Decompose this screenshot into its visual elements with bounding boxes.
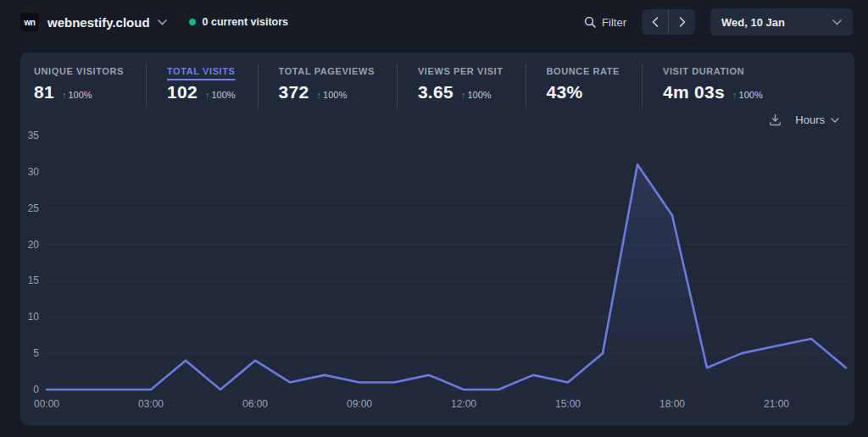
analytics-panel: UNIQUE VISITORS 81 ↑100% TOTAL VISITS 10… <box>20 53 854 425</box>
chevron-down-icon <box>832 19 842 25</box>
chevron-down-icon <box>158 19 167 25</box>
svg-text:03:00: 03:00 <box>138 398 164 410</box>
stat-visit-duration[interactable]: VISIT DURATION 4m 03s ↑100% <box>642 64 785 108</box>
up-arrow-icon: ↑ <box>461 90 466 100</box>
live-dot-icon <box>189 19 196 25</box>
svg-text:09:00: 09:00 <box>347 398 372 410</box>
filter-button[interactable]: Filter <box>584 16 626 29</box>
svg-text:5: 5 <box>33 347 39 359</box>
chevron-down-icon <box>831 118 839 123</box>
chevron-right-icon <box>679 17 686 27</box>
next-period-button[interactable] <box>669 9 695 35</box>
interval-dropdown[interactable]: Hours <box>795 113 839 126</box>
interval-label: Hours <box>795 113 825 126</box>
svg-text:15: 15 <box>28 274 40 286</box>
svg-text:06:00: 06:00 <box>242 398 268 410</box>
current-visitors[interactable]: 0 current visitors <box>189 16 288 28</box>
stat-value: 372 <box>279 82 309 102</box>
chevron-left-icon <box>652 17 659 27</box>
stat-label: BOUNCE RATE <box>547 66 620 76</box>
stat-label: VIEWS PER VISIT <box>418 66 504 76</box>
site-name: webnestify.cloud <box>47 15 150 30</box>
svg-text:00:00: 00:00 <box>34 398 59 410</box>
svg-text:12:00: 12:00 <box>451 398 476 410</box>
date-nav-group <box>642 9 695 35</box>
stat-label: VISIT DURATION <box>663 66 763 76</box>
svg-text:0: 0 <box>33 384 39 396</box>
stat-label: UNIQUE VISITORS <box>34 66 124 76</box>
stat-total-pageviews[interactable]: TOTAL PAGEVIEWS 372 ↑100% <box>258 64 397 108</box>
top-bar: wn webnestify.cloud 0 current visitors F… <box>0 0 868 44</box>
stat-label: TOTAL VISITS <box>167 66 236 76</box>
download-button[interactable] <box>769 113 782 126</box>
up-arrow-icon: ↑ <box>317 90 322 100</box>
stat-value: 3.65 <box>418 82 453 102</box>
stat-bounce-rate[interactable]: BOUNCE RATE 43% <box>526 64 642 108</box>
download-icon <box>769 113 782 126</box>
stat-value: 102 <box>167 82 198 102</box>
filter-label: Filter <box>602 16 626 29</box>
visits-chart: 0510152025303500:0003:0006:0009:0012:001… <box>20 53 854 425</box>
stat-value: 43% <box>547 82 583 102</box>
stat-value: 81 <box>34 82 54 102</box>
up-arrow-icon: ↑ <box>62 90 67 100</box>
site-picker[interactable]: webnestify.cloud <box>47 15 167 30</box>
site-logo: wn <box>20 13 39 31</box>
stat-views-per-visit[interactable]: VIEWS PER VISIT 3.65 ↑100% <box>397 64 526 108</box>
date-picker[interactable]: Wed, 10 Jan <box>710 8 853 36</box>
current-visitors-label: 0 current visitors <box>203 16 288 28</box>
stat-label: TOTAL PAGEVIEWS <box>279 66 375 76</box>
stat-change: 100% <box>323 90 347 100</box>
svg-text:18:00: 18:00 <box>659 398 685 410</box>
svg-text:15:00: 15:00 <box>555 398 581 410</box>
search-icon <box>584 16 596 28</box>
prev-period-button[interactable] <box>642 9 668 35</box>
stat-unique-visitors[interactable]: UNIQUE VISITORS 81 ↑100% <box>34 64 146 108</box>
site-logo-text: wn <box>25 18 36 27</box>
stat-total-visits[interactable]: TOTAL VISITS 102 ↑100% <box>146 64 258 108</box>
header-actions: Filter Wed, 10 Jan <box>584 8 853 36</box>
svg-text:20: 20 <box>28 239 40 251</box>
svg-text:21:00: 21:00 <box>764 398 789 410</box>
up-arrow-icon: ↑ <box>205 90 210 100</box>
stat-change: 100% <box>211 90 235 100</box>
svg-text:10: 10 <box>28 311 40 323</box>
svg-text:30: 30 <box>28 166 40 178</box>
chart-controls: Hours <box>769 113 839 126</box>
up-arrow-icon: ↑ <box>732 90 737 100</box>
stats-row: UNIQUE VISITORS 81 ↑100% TOTAL VISITS 10… <box>20 53 854 108</box>
stat-change: 100% <box>467 90 491 100</box>
svg-text:35: 35 <box>28 130 40 141</box>
stat-change: 100% <box>68 90 92 100</box>
stat-change: 100% <box>739 90 763 100</box>
svg-text:25: 25 <box>28 202 40 214</box>
stat-value: 4m 03s <box>663 82 725 102</box>
date-picker-label: Wed, 10 Jan <box>721 16 785 29</box>
